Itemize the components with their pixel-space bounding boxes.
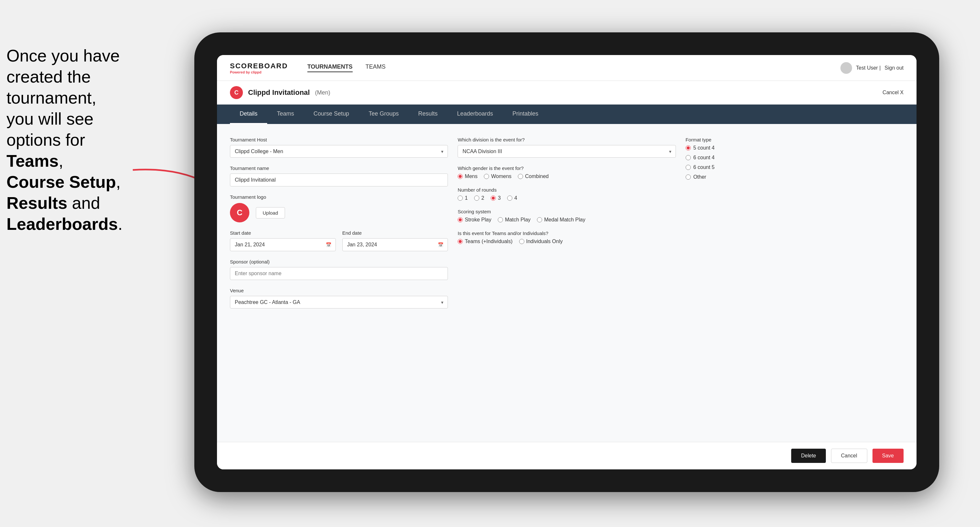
gender-mens-radio[interactable] [458,174,463,179]
form-right-col: Format type 5 count 4 6 count 4 [686,137,904,188]
division-select[interactable]: NCAA Division III [458,145,676,158]
teams-plus-label: Teams (+Individuals) [465,238,512,244]
scoring-match-label: Match Play [505,217,530,223]
tab-teams[interactable]: Teams [267,105,304,124]
scoring-medal[interactable]: Medal Match Play [537,217,585,223]
format-radio-group: 5 count 4 6 count 4 6 count 5 [686,145,904,180]
division-select-wrapper: NCAA Division III [458,145,676,158]
gender-combined-label: Combined [525,173,549,179]
format-5count4-radio[interactable] [686,145,691,151]
nav-links: TOURNAMENTS TEAMS [307,63,840,72]
scoring-match[interactable]: Match Play [498,217,530,223]
tournament-host-select[interactable]: Clippd College - Men [230,145,448,158]
gender-combined[interactable]: Combined [518,173,549,179]
venue-field: Venue Peachtree GC - Atlanta - GA [230,288,448,308]
individuals-only-radio[interactable] [519,239,524,244]
rounds-1-radio[interactable] [458,195,463,201]
format-6count4-label: 6 count 4 [694,155,715,160]
rounds-2-label: 2 [481,195,484,201]
logo-sub: Powered by clippd [230,70,288,74]
format-field: Format type 5 count 4 6 count 4 [686,137,904,180]
tournament-icon: C [230,86,243,99]
individuals-only-label: Individuals Only [526,238,563,244]
gender-label: Which gender is the event for? [458,165,676,171]
rounds-3-label: 3 [498,195,501,201]
tournament-logo-label: Tournament logo [230,194,448,200]
format-other[interactable]: Other [686,174,904,180]
teams-plus-radio[interactable] [458,239,463,244]
rounds-label: Number of rounds [458,187,676,193]
nav-teams[interactable]: TEAMS [366,63,386,72]
start-date-input[interactable] [230,238,336,251]
teams-field: Is this event for Teams and/or Individua… [458,230,676,244]
end-date-label: End date [342,230,448,236]
cancel-button[interactable]: Cancel [831,449,867,463]
gender-mens[interactable]: Mens [458,173,477,179]
tab-details[interactable]: Details [230,105,267,124]
format-6count5[interactable]: 6 count 5 [686,164,904,170]
gender-mens-label: Mens [465,173,477,179]
tab-leaderboards[interactable]: Leaderboards [447,105,503,124]
rounds-3[interactable]: 3 [491,195,501,201]
save-button[interactable]: Save [872,449,904,463]
cancel-header-link[interactable]: Cancel X [883,90,904,95]
rounds-2[interactable]: 2 [474,195,484,201]
gender-field: Which gender is the event for? Mens Wome… [458,165,676,179]
tournament-host-label: Tournament Host [230,137,448,143]
form-left-col: Tournament Host Clippd College - Men Tou… [230,137,448,316]
sponsor-field: Sponsor (optional) [230,259,448,280]
venue-select[interactable]: Peachtree GC - Atlanta - GA [230,296,448,308]
logo-title: SCOREBOARD [230,62,288,70]
rounds-1[interactable]: 1 [458,195,468,201]
scoring-stroke-radio[interactable] [458,217,463,222]
tournament-host-select-wrapper: Clippd College - Men [230,145,448,158]
logo-preview: C [230,203,249,222]
upload-button[interactable]: Upload [256,207,285,219]
delete-button[interactable]: Delete [791,449,826,463]
format-6count4[interactable]: 6 count 4 [686,155,904,160]
format-5count4-label: 5 count 4 [694,145,715,151]
tab-tee-groups[interactable]: Tee Groups [359,105,408,124]
scoring-stroke-label: Stroke Play [465,217,491,223]
rounds-4[interactable]: 4 [507,195,517,201]
action-bar: Delete Cancel Save [217,442,916,469]
gender-combined-radio[interactable] [518,174,523,179]
tab-results[interactable]: Results [408,105,447,124]
rounds-1-label: 1 [465,195,468,201]
end-date-field: End date [342,230,448,251]
rounds-3-radio[interactable] [491,195,496,201]
division-field: Which division is the event for? NCAA Di… [458,137,676,158]
sponsor-input[interactable] [230,267,448,280]
logo-area: SCOREBOARD Powered by clippd [230,62,288,74]
format-6count4-radio[interactable] [686,155,691,160]
individuals-only[interactable]: Individuals Only [519,238,563,244]
end-date-input[interactable] [342,238,448,251]
tablet-frame: SCOREBOARD Powered by clippd TOURNAMENTS… [194,32,939,492]
gender-womens-label: Womens [491,173,511,179]
gender-womens-radio[interactable] [484,174,489,179]
tablet-screen: SCOREBOARD Powered by clippd TOURNAMENTS… [217,55,916,469]
rounds-4-label: 4 [514,195,517,201]
sign-out-link[interactable]: Sign out [885,65,904,71]
scoring-stroke[interactable]: Stroke Play [458,217,491,223]
scoring-match-radio[interactable] [498,217,503,222]
instruction-text: Once you have created the tournament, yo… [0,45,159,235]
rounds-radio-group: 1 2 3 4 [458,195,676,201]
tournament-title-row: C Clippd Invitational (Men) [230,86,330,99]
logo-upload-area: C Upload [230,203,448,222]
user-info: Test User | Sign out [840,62,904,74]
format-5count4[interactable]: 5 count 4 [686,145,904,151]
main-content: Tournament Host Clippd College - Men Tou… [217,124,916,442]
nav-tournaments[interactable]: TOURNAMENTS [307,63,353,72]
format-other-radio[interactable] [686,175,691,179]
tournament-name-input[interactable] [230,173,448,186]
tab-printables[interactable]: Printables [503,105,548,124]
rounds-2-radio[interactable] [474,195,479,201]
tab-course-setup[interactable]: Course Setup [304,105,359,124]
teams-radio-group: Teams (+Individuals) Individuals Only [458,238,676,244]
teams-plus-individuals[interactable]: Teams (+Individuals) [458,238,512,244]
format-6count5-radio[interactable] [686,165,691,170]
scoring-medal-radio[interactable] [537,217,542,222]
rounds-4-radio[interactable] [507,195,512,201]
gender-womens[interactable]: Womens [484,173,511,179]
